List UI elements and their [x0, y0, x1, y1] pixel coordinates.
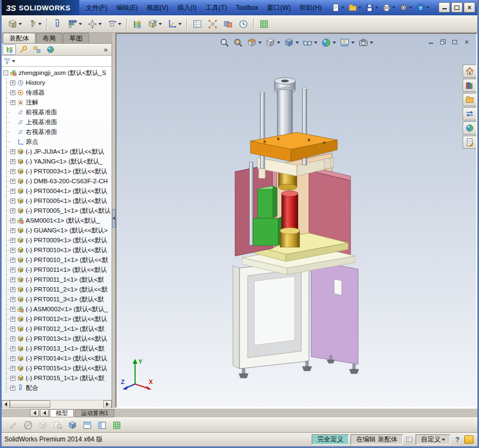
design-library-button[interactable]	[463, 79, 476, 92]
smart-fasteners-button[interactable]	[25, 18, 44, 31]
tree-item[interactable]: +(-) YAJING<1> (默认<默认_	[2, 156, 112, 166]
close-button[interactable]: ×	[464, 2, 475, 13]
tree-expander[interactable]: +	[10, 80, 15, 85]
tree-expander[interactable]: +	[10, 267, 15, 272]
scroll-track[interactable]	[10, 400, 103, 409]
mate-button[interactable]	[50, 18, 65, 31]
doc-maximize-button[interactable]	[451, 38, 459, 45]
large-assembly-mode-button[interactable]	[257, 18, 271, 31]
view-settings-button[interactable]	[358, 37, 374, 48]
tree-item[interactable]: +(-) PRT0015<1> (默认<<默认	[2, 363, 112, 373]
tab-scroll-left-button[interactable]	[40, 409, 49, 417]
view-orientation-button[interactable]	[265, 37, 281, 48]
tree-item[interactable]: 上视基准面	[2, 117, 112, 127]
zoom-to-area-button[interactable]	[233, 37, 244, 48]
tree-item[interactable]: +(-) PRT0011_2<1> (默认<<默	[2, 284, 112, 294]
doc-restore-button[interactable]	[439, 38, 447, 45]
tree-item[interactable]: +(-) PRT0011_3<1> (默认<默	[2, 294, 112, 304]
tree-item[interactable]: +A注解	[2, 97, 112, 107]
command-tab-2[interactable]: 草图	[63, 33, 89, 43]
scroll-thumb[interactable]	[10, 400, 50, 408]
tree-expander[interactable]: +	[10, 90, 15, 95]
configurationmanager-tab[interactable]	[30, 44, 43, 55]
command-tab-0[interactable]: 装配体	[3, 33, 36, 43]
command-tab-1[interactable]: 布局	[36, 33, 62, 43]
doc-minimize-button[interactable]	[427, 38, 435, 45]
assembly-visualization-button[interactable]	[66, 419, 79, 432]
panel-overflow-button[interactable]: »	[101, 45, 110, 54]
display-style-button[interactable]	[284, 37, 300, 48]
tree-item[interactable]: +(-) PRT0005_1<1> (默认<默认	[2, 206, 112, 216]
tree-item[interactable]: -zhengpingji_asm (默认<默认_S	[2, 68, 112, 78]
insert-components-button[interactable]	[5, 18, 24, 31]
menu-item-6[interactable]: 窗口(W)	[262, 0, 295, 15]
tree-expander[interactable]: +	[10, 100, 15, 105]
minimize-button[interactable]	[439, 2, 450, 13]
tree-expander[interactable]: +	[10, 258, 15, 263]
tree-item[interactable]: +(-) PRT0009<1> (默认<<默认	[2, 235, 112, 245]
print-button[interactable]	[381, 3, 396, 13]
options-button[interactable]	[398, 3, 413, 13]
split-pane-vertical-button[interactable]	[95, 419, 109, 432]
tree-expander[interactable]: +	[10, 376, 15, 381]
save-button[interactable]	[364, 3, 379, 13]
tree-expander[interactable]: +	[10, 327, 15, 331]
tree-item[interactable]: +传感器	[2, 88, 112, 97]
tree-horizontal-scrollbar[interactable]	[2, 400, 112, 408]
document-tab-1[interactable]: 运动算例1	[75, 409, 114, 417]
tree-item[interactable]: +配合	[2, 383, 112, 393]
apply-scene-button[interactable]	[340, 37, 355, 48]
graphics-area[interactable]: × Y X Z	[115, 33, 477, 408]
tree-item[interactable]: +(-) PRT0011_1<1> (默认<默	[2, 275, 112, 284]
custom-properties-button[interactable]	[463, 136, 476, 149]
tree-item[interactable]: +(-) JP-JIJIA<1> (默认<<默认	[2, 147, 112, 156]
tree-item[interactable]: +(-) GUANG<1> (默认<<默认>	[2, 225, 112, 235]
move-component-button[interactable]	[85, 18, 104, 31]
tree-item[interactable]: +(-) PRT0004<1> (默认<<默认	[2, 186, 112, 196]
doc-close-button[interactable]: ×	[463, 38, 471, 45]
tree-expander[interactable]: +	[10, 169, 15, 174]
tree-item[interactable]: +(-) PRT0010<1> (默认<<默认	[2, 245, 112, 255]
tree-expander[interactable]: +	[10, 218, 15, 223]
tree-item[interactable]: 前视基准面	[2, 107, 112, 117]
edit-appearance-button[interactable]	[321, 37, 337, 48]
open-document-button[interactable]	[347, 3, 363, 13]
tree-item[interactable]: +(-) ASM0002<1> (默认<默认_	[2, 304, 112, 314]
display-pane-icon[interactable]	[405, 436, 414, 443]
tree-expander[interactable]: +	[10, 307, 15, 312]
tree-expander[interactable]: +	[10, 356, 15, 361]
tree-expander[interactable]: +	[10, 159, 15, 164]
tree-expander[interactable]: +	[10, 179, 15, 184]
tree-item[interactable]: +(-) PRT0012<1> (默认<<默认	[2, 314, 112, 324]
tree-item[interactable]: +(-) PRT0012_1<1> (默认<默	[2, 324, 112, 334]
scroll-left-button[interactable]	[2, 400, 10, 409]
tree-expander[interactable]: +	[10, 149, 15, 154]
help-button[interactable]: ?	[415, 3, 430, 13]
menu-item-7[interactable]: 帮助(H)	[295, 0, 326, 15]
scroll-right-button[interactable]	[103, 400, 112, 409]
interference-detection-button[interactable]	[221, 18, 235, 31]
tree-item[interactable]: +(-) PRT0003<1> (默认<<默认	[2, 166, 112, 176]
tree-expander[interactable]: +	[10, 189, 15, 194]
new-document-button[interactable]	[330, 3, 346, 13]
filter-button[interactable]	[3, 57, 16, 66]
tree-expander[interactable]: +	[10, 287, 15, 292]
appearances-scenes-button[interactable]	[463, 121, 476, 135]
tree-item[interactable]: +ASM0001<1> (默认<默认_	[2, 216, 112, 225]
zoom-fit-button[interactable]	[219, 37, 230, 48]
tree-expander[interactable]: +	[10, 228, 15, 233]
tree-expander[interactable]: +	[10, 208, 15, 213]
tree-expander[interactable]: +	[10, 317, 15, 322]
tree-item[interactable]: +(-) PRT0015_1<1> (默认<默	[2, 373, 112, 383]
model-3d[interactable]	[116, 34, 476, 407]
status-help-button[interactable]: ?	[452, 436, 463, 444]
maximize-button[interactable]	[451, 2, 463, 13]
menu-item-2[interactable]: 视图(V)	[142, 0, 173, 15]
tree-item[interactable]: +(-) DMB-63-200-CS63F-2-CH	[2, 176, 112, 186]
split-pane-horizontal-button[interactable]	[80, 419, 94, 432]
grid-system-button[interactable]	[110, 419, 124, 432]
displaymanager-tab[interactable]	[44, 44, 57, 55]
hide-show-items-button[interactable]	[302, 37, 318, 48]
tree-expander[interactable]: +	[10, 336, 15, 341]
tree-expander[interactable]: -	[3, 71, 8, 75]
